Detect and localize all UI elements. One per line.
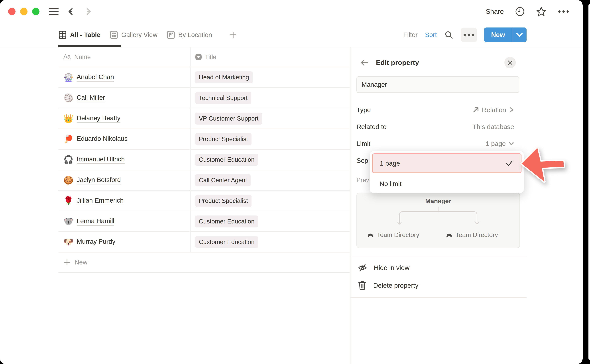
- delete-property-button[interactable]: Delete property: [350, 277, 526, 294]
- title-cell[interactable]: VP Customer Support: [190, 108, 350, 129]
- database-table: Aa Name Title 🎡Anabel Chan Head of Marke…: [58, 47, 350, 273]
- type-value[interactable]: Relation: [472, 106, 514, 114]
- page-emoji: 🎧: [64, 155, 73, 164]
- name-cell[interactable]: 🌹Jillian Emmerich: [58, 191, 190, 211]
- filter-button[interactable]: Filter: [403, 31, 418, 39]
- new-row-button[interactable]: New: [58, 253, 350, 273]
- panel-close-button[interactable]: [505, 57, 516, 68]
- minimize-window-button[interactable]: [20, 8, 27, 15]
- dropdown-option-1-page[interactable]: 1 page: [372, 153, 521, 173]
- title-cell[interactable]: Customer Education: [190, 150, 350, 170]
- select-tag: Call Center Agent: [195, 174, 251, 186]
- phone-icon: [367, 232, 374, 238]
- plus-icon: [229, 31, 237, 39]
- option-label: No limit: [380, 180, 401, 188]
- type-row: Type Relation: [356, 101, 514, 118]
- zoom-window-button[interactable]: [32, 8, 39, 15]
- page-title-link[interactable]: Jaclyn Botsford: [77, 176, 121, 184]
- sort-button[interactable]: Sort: [425, 31, 437, 39]
- new-dropdown-button[interactable]: [512, 27, 526, 42]
- column-header-name[interactable]: Aa Name: [58, 47, 190, 67]
- table-row: 🌹Jillian Emmerich Product Specialist: [58, 191, 350, 211]
- new-button[interactable]: New: [484, 27, 526, 42]
- property-name-input[interactable]: Manager: [356, 76, 519, 93]
- app-window: Share All - Table Gallery View: [0, 0, 583, 364]
- title-cell[interactable]: Technical Support: [190, 88, 350, 108]
- database-view-bar: All - Table Gallery View By Location Fil…: [0, 23, 583, 47]
- tab-all-table[interactable]: All - Table: [58, 31, 100, 39]
- title-cell[interactable]: Product Specialist: [190, 191, 350, 211]
- relation-bracket-lines: [357, 193, 519, 247]
- ellipsis-icon: [464, 34, 466, 36]
- title-cell[interactable]: Head of Marketing: [190, 67, 350, 87]
- page-emoji: 🐨: [64, 217, 73, 226]
- page-title-link[interactable]: Immanuel Ullrich: [77, 156, 125, 164]
- limit-value-label: 1 page: [485, 140, 506, 147]
- name-cell[interactable]: 🍪Jaclyn Botsford: [58, 170, 190, 190]
- share-button[interactable]: Share: [486, 8, 504, 15]
- related-to-value[interactable]: This database: [473, 123, 514, 130]
- panel-header: Edit property: [350, 56, 526, 70]
- name-cell[interactable]: 🎧Immanuel Ullrich: [58, 150, 190, 170]
- nav-forward-button[interactable]: [83, 7, 93, 16]
- title-cell[interactable]: Call Center Agent: [190, 170, 350, 190]
- panel-back-button[interactable]: [360, 58, 369, 67]
- favorite-button[interactable]: [536, 6, 546, 17]
- close-window-button[interactable]: [8, 8, 15, 15]
- window-controls: [8, 8, 39, 15]
- board-icon: [167, 31, 175, 39]
- chevron-right-icon: [509, 106, 514, 113]
- new-button-label[interactable]: New: [484, 27, 512, 42]
- view-tabs: All - Table Gallery View By Location: [58, 31, 237, 39]
- page-emoji: 🌹: [64, 196, 73, 206]
- name-cell[interactable]: 👑Delaney Beatty: [58, 108, 190, 129]
- page-title-link[interactable]: Murray Purdy: [77, 238, 115, 246]
- table-row: 👑Delaney Beatty VP Customer Support: [58, 108, 350, 129]
- page-title-link[interactable]: Jillian Emmerich: [77, 197, 124, 205]
- page-title-link[interactable]: Eduardo Nikolaus: [77, 135, 128, 143]
- name-cell[interactable]: 🏐Cali Miller: [58, 88, 190, 108]
- view-options-button[interactable]: [461, 28, 477, 42]
- title-cell[interactable]: Customer Education: [190, 232, 350, 252]
- table-icon: [58, 31, 67, 39]
- page-title-link[interactable]: Cali Miller: [77, 94, 105, 102]
- name-cell[interactable]: 🐶Murray Purdy: [58, 232, 190, 252]
- tab-gallery-view[interactable]: Gallery View: [110, 31, 157, 39]
- limit-value[interactable]: 1 page: [485, 140, 514, 147]
- search-button[interactable]: [444, 30, 453, 39]
- name-cell[interactable]: 🐨Lenna Hamill: [58, 211, 190, 231]
- text-property-icon: Aa: [64, 54, 71, 60]
- title-cell[interactable]: Customer Education: [190, 211, 350, 231]
- limit-label: Limit: [356, 140, 370, 147]
- search-icon: [444, 30, 453, 39]
- title-cell[interactable]: Product Specialist: [190, 129, 350, 149]
- page-title-link[interactable]: Delaney Beatty: [77, 114, 120, 123]
- ellipsis-icon: [557, 9, 570, 14]
- star-icon: [536, 6, 546, 17]
- dropdown-option-no-limit[interactable]: No limit: [370, 175, 524, 192]
- select-tag: Customer Education: [195, 215, 258, 228]
- select-tag: Customer Education: [195, 154, 258, 166]
- more-options-button[interactable]: [557, 9, 570, 14]
- clock-icon: [515, 6, 525, 17]
- edit-property-panel: Edit property Manager Type Relation Rela…: [350, 47, 526, 364]
- column-label: Name: [74, 54, 91, 60]
- table-row: 🎧Immanuel Ullrich Customer Education: [58, 150, 350, 170]
- trash-icon: [358, 280, 367, 290]
- page-title-link[interactable]: Lenna Hamill: [77, 217, 114, 226]
- page-title-link[interactable]: Anabel Chan: [77, 73, 114, 82]
- name-cell[interactable]: 🎡Anabel Chan: [58, 67, 190, 87]
- related-to-row: Related to This database: [356, 118, 514, 135]
- nav-back-button[interactable]: [66, 7, 76, 16]
- sidebar-toggle-icon[interactable]: [49, 8, 59, 15]
- name-cell[interactable]: 🏓Eduardo Nikolaus: [58, 129, 190, 149]
- add-view-button[interactable]: [229, 31, 237, 39]
- page-emoji: 🎡: [64, 73, 73, 82]
- panel-divider: [350, 256, 526, 256]
- hide-in-view-button[interactable]: Hide in view: [350, 259, 526, 276]
- column-header-title[interactable]: Title: [190, 47, 350, 67]
- updates-button[interactable]: [515, 6, 525, 17]
- tab-by-location[interactable]: By Location: [167, 31, 212, 39]
- table-row: 🐶Murray Purdy Customer Education: [58, 232, 350, 253]
- preview-child-label: Team Directory: [456, 231, 498, 239]
